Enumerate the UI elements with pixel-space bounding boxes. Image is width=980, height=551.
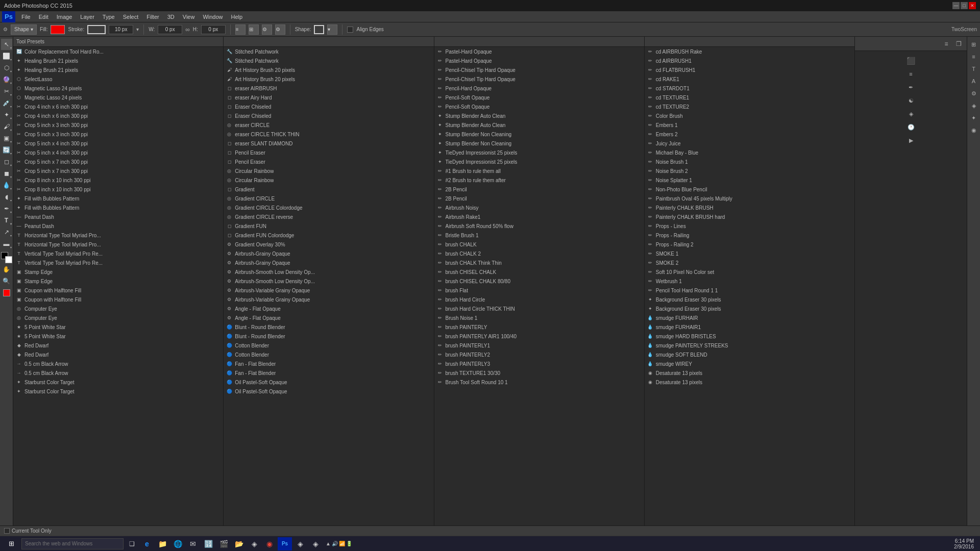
- arrange-btn[interactable]: ⚙: [262, 24, 272, 35]
- menu-file[interactable]: File: [17, 13, 35, 21]
- settings-btn[interactable]: ⚙: [275, 24, 285, 35]
- clone-stamp-tool-btn[interactable]: ▣▾: [1, 133, 12, 144]
- preset-item[interactable]: 🔵Cotton Blender: [224, 341, 433, 350]
- preset-item[interactable]: ✂Crop 8 inch x 10 inch 300 ppi: [13, 176, 223, 185]
- preset-item[interactable]: ▣Stamp Edge: [13, 267, 223, 277]
- tray-network[interactable]: 📶: [339, 541, 345, 546]
- preset-item[interactable]: ✂Crop 5 inch x 3 inch 300 ppi: [13, 120, 223, 130]
- preset-item[interactable]: ◎Gradient CIRCLE Colordodge: [224, 203, 433, 212]
- preset-item[interactable]: ★5 Point White Star: [13, 332, 223, 341]
- preset-item[interactable]: ✏Noise Splatter 1: [645, 176, 854, 185]
- preset-item[interactable]: ⬡SelectLasso: [13, 74, 223, 84]
- preset-item[interactable]: ✏cd FLATBRUSH1: [645, 65, 854, 74]
- lasso-tool-btn[interactable]: ⬡▾: [1, 62, 12, 73]
- spot-heal-tool-btn[interactable]: ✦▾: [1, 109, 12, 120]
- preset-item[interactable]: 💧smudge HARD BRISTLES: [645, 332, 854, 341]
- preset-item[interactable]: ✏brush TEXTURE1 30/30: [434, 368, 644, 378]
- preset-item[interactable]: ◎Circular Rainbow: [224, 176, 433, 185]
- preset-item[interactable]: ✏Pencil-Soft Opaque: [434, 93, 644, 102]
- preset-item[interactable]: ✏Pastel-Hard Opaque: [434, 47, 644, 56]
- preset-item[interactable]: ✏cd AIRBRUSH Rake: [645, 47, 854, 56]
- tray-volume[interactable]: 🔊: [332, 541, 338, 546]
- preset-item[interactable]: 🔵Oil Pastel-Soft Opaque: [224, 378, 433, 387]
- preset-item[interactable]: ◻Gradient FUN: [224, 221, 433, 231]
- preset-item[interactable]: 💧smudge WIREY: [645, 359, 854, 368]
- far-right-icon-3[interactable]: T: [968, 63, 979, 74]
- preset-item[interactable]: ✦Stump Blender Auto Clean: [434, 120, 644, 130]
- menu-type[interactable]: Type: [99, 13, 119, 21]
- fill-color-swatch[interactable]: [51, 25, 65, 34]
- preset-item[interactable]: —Peanut Dash: [13, 221, 223, 231]
- preset-item[interactable]: ✦Background Eraser 30 pixels: [645, 295, 854, 304]
- preset-item[interactable]: ✦Stump Blender Non Cleaning: [434, 130, 644, 139]
- menu-image[interactable]: Image: [53, 13, 77, 21]
- preset-item[interactable]: ✏brush CHALK: [434, 240, 644, 249]
- preset-item[interactable]: ✏brush PAINTERLY2: [434, 350, 644, 359]
- preset-item[interactable]: ◎Computer Eye: [13, 304, 223, 313]
- close-button[interactable]: ✕: [969, 2, 976, 9]
- chrome-icon[interactable]: ◉: [262, 537, 277, 550]
- dodge-tool-btn[interactable]: ◖▾: [1, 191, 12, 203]
- layers-panel-icon[interactable]: ⬛: [905, 55, 917, 66]
- preset-item[interactable]: ★5 Point White Star: [13, 322, 223, 332]
- preset-item[interactable]: ✏Props - Lines: [645, 221, 854, 231]
- pen-tool-btn[interactable]: ✒▾: [1, 203, 12, 214]
- preset-item[interactable]: ✂Crop 8 inch x 10 inch 300 ppi: [13, 185, 223, 194]
- panel-menu-btn[interactable]: ≡: [941, 39, 951, 49]
- stroke-size-input[interactable]: [109, 25, 133, 34]
- preset-item[interactable]: ◎eraser CIRCLE THICK THIN: [224, 130, 433, 139]
- preset-item[interactable]: ⬡Magnetic Lasso 24 pixels: [13, 84, 223, 93]
- media-icon[interactable]: 🎬: [216, 537, 231, 550]
- type-tool-btn[interactable]: T▾: [1, 215, 12, 226]
- preset-item[interactable]: 🔵Cotton Blender: [224, 350, 433, 359]
- clock[interactable]: 6:14 PM 2/9/2016: [950, 538, 978, 549]
- preset-item[interactable]: ✏brush CHALK 2: [434, 249, 644, 258]
- preset-item[interactable]: ✂Crop 5 inch x 4 inch 300 ppi: [13, 139, 223, 148]
- preset-item[interactable]: ✏brush PAINTERLY: [434, 322, 644, 332]
- brush-tool-btn[interactable]: 🖌▾: [1, 121, 12, 132]
- folder-icon[interactable]: 📁: [155, 537, 169, 550]
- preset-item[interactable]: 🔧Stitched Patchwork: [224, 47, 433, 56]
- menu-window[interactable]: Window: [199, 13, 227, 21]
- preset-item[interactable]: ⚙Gradient Overlay 30%: [224, 240, 433, 249]
- preset-item[interactable]: ◎eraser CIRCLE: [224, 120, 433, 130]
- preset-item[interactable]: ✏Brush Noise 1: [434, 313, 644, 322]
- preset-item[interactable]: ✏Color Brush: [645, 111, 854, 120]
- preset-item[interactable]: ✂Crop 5 inch x 3 inch 300 ppi: [13, 130, 223, 139]
- preset-item[interactable]: ⬡Magnetic Lasso 24 pixels: [13, 93, 223, 102]
- preset-item[interactable]: ✏Props - Railing: [645, 231, 854, 240]
- task-view-btn[interactable]: ❑: [125, 537, 139, 550]
- zoom-tool-btn[interactable]: 🔍: [1, 276, 12, 287]
- move-tool-btn[interactable]: ↖▾: [1, 39, 12, 50]
- preset-item[interactable]: ◻eraser AIRBRUSH: [224, 84, 433, 93]
- preset-item[interactable]: ✏brush Flat: [434, 286, 644, 295]
- preset-item[interactable]: ✏cd RAKE1: [645, 74, 854, 84]
- preset-item[interactable]: ✏Embers 2: [645, 130, 854, 139]
- panel-collapse-btn[interactable]: ❐: [953, 39, 964, 49]
- preset-item[interactable]: 🔵Oil Pastel-Soft Opaque: [224, 387, 433, 396]
- preset-item[interactable]: 🔧Stitched Patchwork: [224, 56, 433, 65]
- preset-item[interactable]: ⚙Angle - Flat Opaque: [224, 304, 433, 313]
- preset-item[interactable]: ▣Coupon with Halftone Fill: [13, 295, 223, 304]
- marquee-tool-btn[interactable]: ⬜▾: [1, 51, 12, 62]
- preset-item[interactable]: ◻Pencil Eraser: [224, 157, 433, 166]
- calculator-icon[interactable]: 🔢: [201, 537, 215, 550]
- preset-item[interactable]: ◎Computer Eye: [13, 313, 223, 322]
- history-icon[interactable]: 🕐: [905, 121, 917, 133]
- quick-mask-btn[interactable]: [3, 289, 10, 296]
- preset-item[interactable]: ✏Juicy Juice: [645, 139, 854, 148]
- preset-item[interactable]: ⚙Airbrush-Variable Grainy Opaque: [224, 286, 433, 295]
- preset-item[interactable]: ✏brush CHISEL CHALK 80/80: [434, 277, 644, 286]
- preset-item[interactable]: ⚙Airbrush-Grainy Opaque: [224, 258, 433, 267]
- preset-item[interactable]: ✏cd TEXTURE2: [645, 102, 854, 111]
- preset-item[interactable]: ✏cd AIRBRUSH1: [645, 56, 854, 65]
- preset-item[interactable]: ✂Crop 5 inch x 7 inch 300 ppi: [13, 157, 223, 166]
- preset-item[interactable]: 🔵Fan - Flat Blender: [224, 359, 433, 368]
- history-brush-tool-btn[interactable]: 🔄▾: [1, 144, 12, 156]
- preset-item[interactable]: ✏Painterly CHALK BRUSH hard: [645, 212, 854, 221]
- preset-item[interactable]: ✏Pencil-Chisel Tip Hard Opaque: [434, 65, 644, 74]
- preset-item[interactable]: ✏brush PAINTERLY AIR1 100/40: [434, 332, 644, 341]
- start-button[interactable]: ⊞: [2, 537, 20, 550]
- preset-item[interactable]: TVertical Type Tool Myriad Pro Re...: [13, 258, 223, 267]
- far-right-icon-2[interactable]: ≡: [968, 51, 979, 62]
